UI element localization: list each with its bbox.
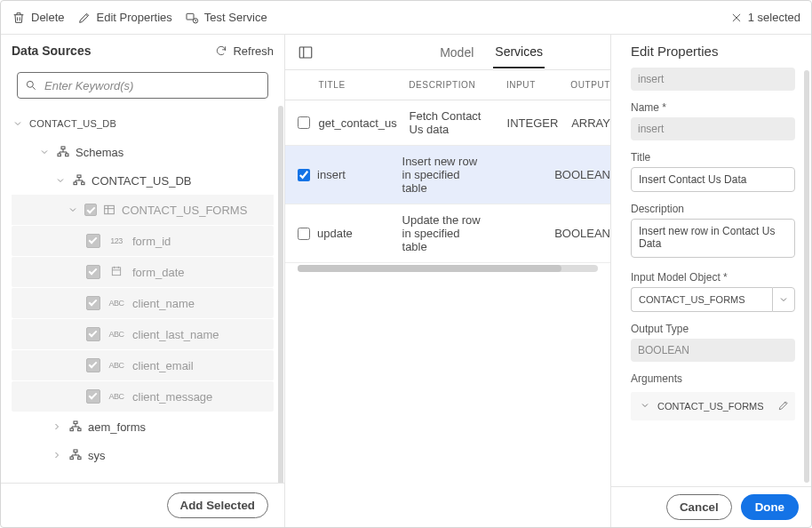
field-checkbox[interactable] [86, 234, 100, 248]
row-checkbox[interactable] [298, 169, 310, 181]
pencil-icon [77, 11, 92, 25]
form-checkbox[interactable] [84, 204, 97, 216]
svg-rect-4 [58, 154, 60, 156]
edit-properties-button[interactable]: Edit Properties [77, 11, 172, 25]
name-label: Name * [631, 101, 795, 114]
test-service-button[interactable]: Test Service [185, 11, 267, 25]
search-icon [25, 79, 37, 92]
left-scrollbar[interactable] [278, 106, 283, 483]
svg-rect-13 [78, 428, 81, 431]
chevron-down-icon[interactable] [12, 118, 24, 129]
type-text-icon: ABC [107, 299, 125, 308]
chevron-down-icon[interactable] [54, 175, 67, 186]
add-selected-button[interactable]: Add Selected [167, 492, 268, 518]
tab-services[interactable]: Services [493, 44, 545, 68]
title-input[interactable] [631, 167, 795, 192]
properties-panel: Edit Properties insert Name * insert Tit… [611, 35, 811, 527]
input-model-select[interactable]: CONTACT_US_FORMS [631, 287, 795, 312]
field-row[interactable]: form_date [12, 257, 274, 287]
field-row[interactable]: ABC client_email [12, 350, 274, 380]
svg-rect-9 [105, 205, 115, 213]
table-row[interactable]: get_contact_us Fetch Contact Us data INT… [285, 100, 610, 146]
schema-icon [68, 420, 83, 434]
tree-sibling[interactable]: sys [12, 441, 274, 469]
svg-rect-17 [299, 47, 312, 58]
type-number-icon: 123 [107, 236, 125, 245]
description-label: Description [631, 203, 795, 215]
refresh-button[interactable]: Refresh [215, 44, 274, 58]
svg-rect-5 [66, 154, 68, 156]
argument-row[interactable]: CONTACT_US_FORMS [631, 392, 795, 420]
field-row[interactable]: ABC client_last_name [12, 319, 274, 349]
type-date-icon [107, 265, 125, 279]
services-panel: Model Services TITLE DESCRIPTION INPUT O… [285, 35, 611, 527]
svg-rect-3 [61, 147, 65, 149]
tree-sibling[interactable]: aem_forms [12, 412, 274, 441]
svg-rect-16 [78, 457, 81, 460]
output-type-readonly: BOOLEAN [631, 339, 795, 362]
input-model-label: Input Model Object * [631, 271, 795, 284]
field-row[interactable]: ABC client_message [12, 381, 274, 412]
refresh-icon [215, 44, 227, 57]
panel-toggle-icon[interactable] [298, 44, 314, 60]
svg-rect-14 [74, 450, 77, 452]
row-checkbox[interactable] [298, 228, 310, 240]
tab-model[interactable]: Model [438, 45, 475, 68]
tree-schemas[interactable]: Schemas [12, 138, 274, 166]
svg-point-2 [27, 81, 33, 87]
panel-title: Edit Properties [611, 35, 811, 64]
chevron-down-icon[interactable] [38, 147, 51, 157]
title-label: Title [631, 151, 795, 164]
row-checkbox[interactable] [298, 116, 310, 129]
done-button[interactable]: Done [741, 494, 799, 520]
chevron-right-icon[interactable] [51, 421, 63, 432]
cancel-button[interactable]: Cancel [666, 494, 732, 520]
toolbar: Delete Edit Properties Test Service 1 se… [1, 1, 811, 35]
left-panel: Data Sources Refresh CONTACT_ [1, 35, 285, 527]
tree-db[interactable]: CONTACT_US_DB [12, 166, 274, 195]
table-row[interactable]: update Update the row in specified table… [285, 204, 610, 263]
output-type-label: Output Type [631, 323, 795, 335]
field-checkbox[interactable] [86, 327, 100, 341]
svg-rect-8 [82, 182, 84, 185]
search-input[interactable] [44, 79, 260, 92]
svg-rect-6 [77, 175, 81, 178]
close-icon [730, 12, 743, 24]
tree-form[interactable]: CONTACT_US_FORMS [12, 195, 274, 225]
search-input-wrap[interactable] [17, 72, 268, 99]
trash-icon [12, 11, 26, 25]
chevron-right-icon[interactable] [51, 450, 63, 460]
type-text-icon: ABC [107, 392, 125, 401]
schema-icon [68, 448, 83, 462]
pencil-icon[interactable] [777, 399, 790, 414]
tree-root-db[interactable]: CONTACT_US_DB [12, 109, 274, 138]
delete-button[interactable]: Delete [12, 11, 65, 25]
type-text-icon: ABC [107, 330, 125, 339]
svg-rect-0 [187, 13, 194, 20]
name-readonly: insert [631, 117, 795, 140]
field-row[interactable]: 123 form_id [12, 226, 274, 256]
type-text-icon: ABC [107, 361, 125, 370]
field-checkbox[interactable] [86, 265, 100, 279]
field-checkbox[interactable] [86, 389, 100, 404]
selection-close[interactable]: 1 selected [730, 11, 800, 24]
right-scrollbar[interactable] [804, 70, 809, 483]
chevron-down-icon[interactable] [772, 287, 795, 312]
svg-rect-7 [74, 182, 76, 185]
schema-icon [56, 145, 70, 159]
table-icon [102, 203, 116, 217]
horizontal-scrollbar[interactable] [298, 265, 598, 272]
svg-rect-15 [70, 457, 73, 460]
chevron-down-icon[interactable] [640, 400, 650, 413]
field-checkbox[interactable] [86, 358, 100, 372]
arguments-label: Arguments [631, 372, 795, 385]
svg-rect-10 [112, 268, 120, 276]
table-row[interactable]: insert Insert new row in specified table… [285, 146, 610, 204]
data-sources-title: Data Sources [12, 44, 91, 58]
svg-rect-11 [74, 421, 77, 424]
field-row[interactable]: ABC client_name [12, 288, 274, 318]
description-textarea[interactable] [631, 219, 795, 258]
schema-icon [72, 173, 86, 188]
chevron-down-icon[interactable] [67, 204, 79, 215]
field-checkbox[interactable] [86, 296, 100, 310]
